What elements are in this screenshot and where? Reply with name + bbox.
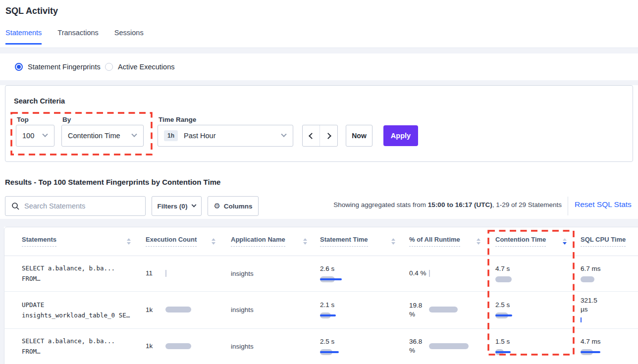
sort-icon-pct_runtime[interactable]	[477, 227, 480, 256]
metric-bar	[429, 343, 483, 350]
sort-icon-statements[interactable]	[127, 227, 131, 256]
chevron-left-icon	[309, 133, 315, 139]
metric-value: 0.4 %	[409, 269, 429, 278]
cell-contention_time: 2.5 s	[495, 291, 565, 328]
statement-fingerprint-text[interactable]: UPDATEinsights_workload_table_0 SE…	[22, 300, 141, 320]
bar-segment	[320, 278, 342, 280]
top-label: Top	[17, 116, 29, 123]
next-time-button[interactable]	[320, 125, 337, 146]
radio-active-executions[interactable]: Active Executions	[105, 63, 174, 71]
column-header-application_name[interactable]: Application Name	[231, 227, 285, 256]
column-header-label: SQL CPU Time	[581, 236, 626, 247]
column-header-statement_time[interactable]: Statement Time	[320, 227, 368, 256]
bar-segment	[429, 343, 469, 349]
column-header-label: Statements	[22, 236, 56, 247]
metric-value: 2.1 s	[320, 301, 394, 310]
column-header-execution_count[interactable]: Execution Count	[146, 227, 197, 256]
sort-desc-icon	[212, 242, 215, 245]
radio-selected-icon	[15, 63, 23, 71]
section-gap	[0, 80, 638, 85]
cell-statements[interactable]: UPDATEinsights_workload_table_0 SE…	[22, 291, 141, 328]
page-title: SQL Activity	[5, 6, 58, 16]
sort-icon-application_name[interactable]	[303, 227, 307, 256]
column-header-contention_time[interactable]: Contention Time	[495, 227, 546, 256]
columns-label: Columns	[224, 203, 253, 210]
section-gap	[0, 227, 4, 364]
cell-execution_count: 11	[146, 256, 220, 291]
chevron-down-icon	[281, 132, 286, 137]
tab-sessions[interactable]: Sessions	[114, 29, 144, 45]
top-select-value: 100	[22, 132, 34, 140]
cell-sql_cpu_time: 4.7 ms	[581, 328, 635, 364]
bar-segment	[581, 351, 600, 353]
metric-bar	[581, 349, 635, 356]
metric-value: 36.8%	[409, 337, 429, 355]
columns-button[interactable]: ⚙ Columns	[208, 196, 259, 216]
cell-sql_cpu_time: 6.7 ms	[581, 256, 635, 291]
cell-sql_cpu_time: 321.5µs	[581, 291, 635, 328]
cell-pct_runtime: 19.8%	[409, 291, 483, 328]
metric-bar	[495, 276, 565, 283]
statement-fingerprint-text[interactable]: SELECT a.balance, b.ba...FROM…	[22, 336, 141, 357]
application-name-value: insights	[231, 270, 305, 277]
column-header-statements[interactable]: Statements	[22, 227, 56, 256]
radio-unselected-icon	[105, 63, 113, 71]
bar-segment	[581, 276, 594, 282]
metric-value: 2.6 s	[320, 264, 394, 273]
metric-bar	[320, 349, 394, 356]
cell-statements[interactable]: SELECT a.balance, b.ba...FROM…	[22, 256, 141, 291]
search-icon	[11, 202, 19, 210]
column-header-sql_cpu_time[interactable]: SQL CPU Time	[581, 227, 626, 256]
bar-segment	[429, 307, 458, 312]
statement-fingerprint-text[interactable]: SELECT a.balance, b.ba...FROM…	[22, 263, 141, 284]
tab-bar: StatementsTransactionsSessions	[5, 29, 160, 45]
time-range-select[interactable]: 1h Past Hour	[158, 125, 293, 147]
cell-contention_time: 1.5 s	[495, 328, 565, 364]
cell-execution_count: 1k	[146, 328, 220, 364]
cell-pct_runtime: 0.4 %	[409, 256, 483, 291]
metric-value: 11	[146, 269, 165, 278]
metric-bar	[495, 312, 565, 319]
search-criteria-heading: Search Criteria	[14, 97, 65, 105]
by-select[interactable]: Contention Time	[61, 125, 144, 147]
sort-desc-icon	[127, 242, 131, 245]
bar-segment	[165, 343, 191, 349]
column-header-label: % of All Runtime	[409, 236, 460, 247]
metric-bar	[581, 317, 635, 323]
metric-bar	[165, 307, 220, 313]
tab-statements[interactable]: Statements	[5, 29, 42, 45]
cell-application_name: insights	[231, 328, 305, 364]
top-select[interactable]: 100	[16, 125, 54, 147]
bar-segment	[495, 351, 511, 353]
chevron-right-icon	[325, 133, 331, 139]
cell-application_name: insights	[231, 291, 305, 328]
reset-sql-stats-link[interactable]: Reset SQL Stats	[575, 200, 632, 209]
metric-value: 2.5 s	[320, 337, 394, 346]
sort-desc-icon	[303, 242, 307, 245]
search-criteria-card	[5, 85, 633, 162]
apply-button[interactable]: Apply	[383, 125, 418, 146]
prev-time-button[interactable]	[303, 125, 320, 146]
search-statements-input[interactable]	[24, 202, 133, 210]
sort-desc-icon	[391, 242, 395, 245]
cell-statements[interactable]: SELECT a.balance, b.ba...FROM…	[22, 328, 141, 364]
sort-icon-execution_count[interactable]	[212, 227, 215, 256]
tab-transactions[interactable]: Transactions	[57, 29, 98, 45]
metric-value: 1.5 s	[495, 337, 565, 346]
divider	[568, 197, 568, 215]
radio-label: Active Executions	[118, 63, 174, 71]
radio-statement-fingerprints[interactable]: Statement Fingerprints	[15, 63, 101, 71]
sort-icon-contention_time[interactable]	[563, 227, 567, 256]
column-header-pct_runtime[interactable]: % of All Runtime	[409, 227, 460, 256]
column-header-label: Contention Time	[495, 236, 546, 247]
bar-segment	[495, 276, 512, 282]
sort-asc-icon	[303, 238, 307, 241]
metric-value: 2.5 s	[495, 301, 565, 310]
column-header-label: Application Name	[231, 236, 285, 247]
metric-value: 1k	[146, 342, 165, 351]
sort-icon-statement_time[interactable]	[391, 227, 395, 256]
by-label: By	[62, 116, 71, 123]
now-button[interactable]: Now	[346, 125, 372, 147]
filters-button[interactable]: Filters (0)	[152, 196, 202, 216]
cell-execution_count: 1k	[146, 291, 220, 328]
